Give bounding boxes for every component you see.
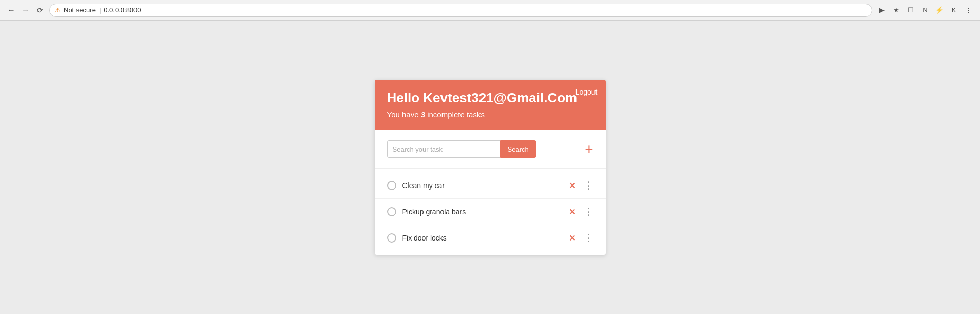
address-bar[interactable]: ⚠ Not secure | 0.0.0.0:8000 [49,4,872,17]
task-label-2: Pickup granola bars [402,208,562,216]
search-section: Search + [375,130,606,169]
menu-icon[interactable]: ⋮ [963,5,974,16]
task-summary-post: incomplete tasks [425,110,485,119]
app-header: Logout Hello Kevtest321@Gmail.Com You ha… [375,80,606,130]
task-label-3: Fix door locks [402,234,562,242]
task-checkbox-2[interactable] [387,207,396,216]
browser-actions: ▶ ★ ☐ N ⚡ K ⋮ [876,5,974,16]
puzzle-icon[interactable]: ⚡ [934,5,945,16]
search-form: Search [387,140,536,158]
task-checkbox-1[interactable] [387,181,396,190]
cast-icon[interactable]: ▶ [876,5,888,16]
profile-icon[interactable]: K [948,5,959,16]
browser-chrome: ← → ⟳ ⚠ Not secure | 0.0.0.0:8000 ▶ ★ ☐ … [0,0,980,21]
forward-button[interactable]: → [21,5,31,15]
security-warning-text: Not secure [64,6,96,14]
app-card: Logout Hello Kevtest321@Gmail.Com You ha… [375,80,606,255]
security-warning-icon: ⚠ [55,7,61,14]
url-text: 0.0.0.0:8000 [104,6,141,14]
page-content: Logout Hello Kevtest321@Gmail.Com You ha… [0,21,980,314]
task-checkbox-3[interactable] [387,233,396,243]
task-delete-button-3[interactable]: ✕ [568,233,577,243]
task-item: Pickup granola bars ✕ ⋮ [375,199,606,225]
task-count: 3 [421,110,425,119]
task-item: Clean my car ✕ ⋮ [375,173,606,199]
refresh-button[interactable]: ⟳ [35,5,45,15]
task-summary-pre: You have [387,110,421,119]
add-task-button[interactable]: + [585,142,593,156]
task-delete-button-2[interactable]: ✕ [568,207,577,217]
url-separator: | [99,6,101,14]
screenshot-icon[interactable]: ☐ [905,5,916,16]
task-item: Fix door locks ✕ ⋮ [375,225,606,251]
task-menu-button-1[interactable]: ⋮ [583,180,593,191]
search-button[interactable]: Search [500,140,536,158]
task-menu-button-3[interactable]: ⋮ [583,232,593,244]
back-button[interactable]: ← [6,5,16,15]
search-input[interactable] [387,140,500,158]
task-delete-button-1[interactable]: ✕ [568,181,577,191]
task-summary: You have 3 incomplete tasks [387,110,593,119]
task-label-1: Clean my car [402,181,562,190]
task-list: Clean my car ✕ ⋮ Pickup granola bars ✕ ⋮… [375,169,606,255]
logout-button[interactable]: Logout [575,88,598,96]
task-menu-button-2[interactable]: ⋮ [583,206,593,217]
bookmark-icon[interactable]: ★ [891,5,902,16]
greeting-text: Hello Kevtest321@Gmail.Com [387,90,593,106]
extension-n-icon[interactable]: N [919,5,931,16]
